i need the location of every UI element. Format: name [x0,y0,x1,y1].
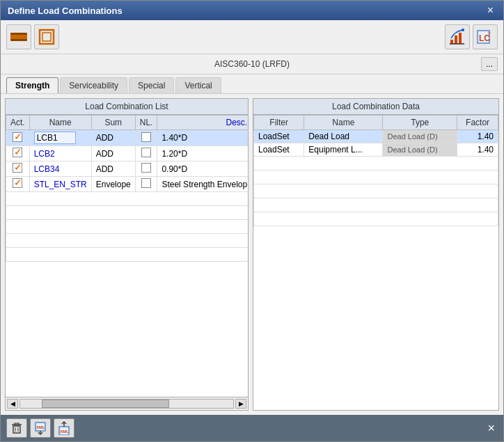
desc-cell: 0.90*D [157,161,248,177]
name-input[interactable] [34,132,76,144]
name-cell[interactable]: LCB2 [29,146,91,161]
left-table: Act. Name Sum NL. Desc. ADD [6,115,248,262]
checkbox-checked[interactable] [13,132,22,142]
chart-icon-button[interactable] [445,24,470,49]
table-row-empty [254,184,498,198]
table-row[interactable]: LCB2 ADD 1.20*D [6,146,249,161]
tab-strength[interactable]: Strength [6,77,58,93]
svg-rect-2 [10,39,27,41]
box-icon-button[interactable] [34,24,59,49]
act-cell[interactable] [6,146,30,161]
table-row-empty [6,234,249,248]
code-dots-button[interactable]: ... [481,57,498,71]
import-button[interactable]: XML [30,418,51,438]
name-cell: Dead Load [304,130,383,143]
nl-cell[interactable] [135,161,157,177]
checkbox-unchecked[interactable] [141,148,151,157]
lc-icon-button[interactable]: LC + [473,24,498,49]
table-row[interactable]: ADD 1.40*D [6,130,249,146]
col-desc: Desc. [157,116,248,130]
nl-cell[interactable] [135,130,157,146]
tab-serviceability[interactable]: Serviceability [60,77,127,93]
svg-text:XML: XML [36,425,45,429]
delete-button[interactable] [6,418,27,438]
title-bar: Define Load Combinations × [1,1,503,20]
nl-cell[interactable] [135,146,157,161]
scroll-thumb[interactable] [42,400,170,408]
code-label: AISC360-10 (LRFD) [170,59,333,69]
name-cell[interactable]: STL_EN_STR [29,177,91,192]
factor-cell: 1.40 [457,130,498,143]
export-button[interactable]: XML [54,418,74,438]
svg-rect-13 [13,426,20,433]
checkbox-checked[interactable] [13,178,22,188]
table-row-empty [254,157,498,171]
act-cell[interactable] [6,130,30,146]
right-table: Filter Name Type Factor LoadSet Dead Loa… [253,115,498,226]
act-cell[interactable] [6,177,30,192]
tab-vertical[interactable]: Vertical [175,77,221,93]
table-row-empty [6,220,249,234]
col-nl: NL. [135,116,157,130]
left-panel-header: Load Combination List [6,99,248,115]
table-row[interactable]: LoadSet Dead Load Dead Load (D) 1.40 [254,130,498,143]
checkbox-unchecked[interactable] [141,163,151,173]
bottom-left-buttons: XML XML [6,418,74,438]
desc-cell: 1.40*D [157,130,248,146]
main-dialog: Define Load Combinations × [0,0,504,442]
table-row-empty [254,212,498,226]
right-table-wrapper[interactable]: Filter Name Type Factor LoadSet Dead Loa… [253,115,498,410]
checkbox-unchecked[interactable] [141,178,151,188]
svg-rect-1 [10,33,27,35]
col-factor: Factor [457,116,498,130]
toolbar: LC + [1,20,503,54]
tab-special[interactable]: Special [129,77,174,93]
beam-icon-button[interactable] [6,24,31,49]
nl-cell[interactable] [135,177,157,192]
checkbox-unchecked[interactable] [141,132,151,142]
col-sum: Sum [91,116,135,130]
name-cell[interactable] [29,130,91,146]
checkbox-checked[interactable] [13,163,22,173]
horizontal-scrollbar[interactable]: ◀ ▶ [6,397,248,410]
table-row[interactable]: LCB34 ADD 0.90*D [6,161,249,177]
toolbar-right: LC + [445,24,498,49]
title-close-button[interactable]: × [485,5,496,16]
act-cell[interactable] [6,161,30,177]
scroll-left-arrow[interactable]: ◀ [7,399,18,409]
filter-cell: LoadSet [254,130,304,143]
table-row[interactable]: STL_EN_STR Envelope Steel Strength Envel… [6,177,249,192]
col-name: Name [304,116,383,130]
desc-cell: Steel Strength Envelop [157,177,248,192]
col-filter: Filter [254,116,304,130]
svg-text:+: + [487,30,491,36]
dialog-title: Define Load Combinations [8,6,123,16]
table-row-empty [254,171,498,184]
right-panel: Load Combination Data Filter Name Type F… [253,98,499,411]
table-row-empty [6,248,249,262]
desc-cell: 1.20*D [157,146,248,161]
bottom-close-button[interactable]: × [485,421,498,436]
sum-cell: ADD [91,130,135,146]
col-act: Act. [6,116,30,130]
main-content: Load Combination List Act. Name Sum NL. … [1,94,503,415]
svg-rect-6 [455,35,457,44]
svg-rect-4 [42,33,51,41]
left-panel: Load Combination List Act. Name Sum NL. … [5,98,249,411]
scroll-track[interactable] [19,399,234,409]
type-cell: Dead Load (D) [383,143,457,157]
checkbox-checked[interactable] [13,148,22,157]
left-table-wrapper[interactable]: Act. Name Sum NL. Desc. ADD [6,115,248,397]
sum-cell: ADD [91,146,135,161]
factor-cell: 1.40 [457,143,498,157]
tabs-bar: Strength Serviceability Special Vertical [1,74,503,94]
svg-rect-7 [459,33,462,44]
table-row[interactable]: LoadSet Equipment L... Dead Load (D) 1.4… [254,143,498,157]
scroll-right-arrow[interactable]: ▶ [235,399,246,409]
sum-cell: ADD [91,161,135,177]
table-row-empty [254,198,498,212]
name-cell[interactable]: LCB34 [29,161,91,177]
table-row-empty [6,206,249,220]
bottom-bar: XML XML × [1,415,503,441]
code-bar: AISC360-10 (LRFD) ... [1,54,503,74]
